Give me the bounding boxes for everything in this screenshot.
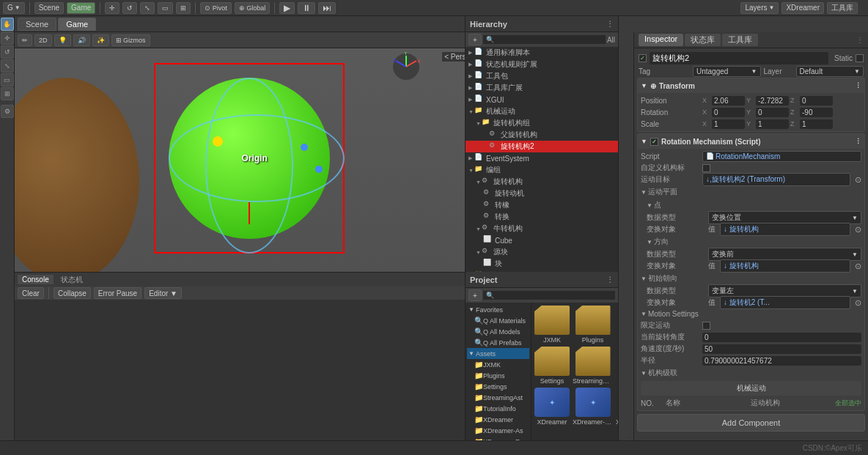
scale-z-val[interactable]: 1 xyxy=(800,119,833,129)
step-btn[interactable]: ⏭ xyxy=(318,2,336,14)
hierarchy-item-旋转机构组[interactable]: ▼ 📁 旋转机构组 xyxy=(466,117,618,129)
asset-settings[interactable]: Settings xyxy=(534,347,570,385)
pos-x-val[interactable]: 2.06 xyxy=(712,96,745,106)
current-angle-val[interactable]: 0 xyxy=(702,333,861,342)
hierarchy-item-cube1[interactable]: ⬜ Cube xyxy=(466,234,618,246)
tools-library-tab[interactable]: 工具库 xyxy=(722,34,758,46)
project-options[interactable]: ⋮ xyxy=(606,275,614,284)
tool-rot-btn[interactable]: ↺ xyxy=(1,45,14,59)
rm-options[interactable]: ⋮ xyxy=(855,138,861,145)
jxmk-tree-item[interactable]: 📁 JXMK xyxy=(467,359,529,370)
hierarchy-add-btn[interactable]: + xyxy=(468,34,482,45)
object-name-field[interactable]: 旋转机构2 xyxy=(650,52,828,64)
console-editor-btn[interactable]: Editor ▼ xyxy=(144,287,182,299)
hierarchy-item-转橡[interactable]: ⚙ 转橡 xyxy=(466,199,618,211)
exchange-pick[interactable]: ⊙ xyxy=(855,225,861,234)
hierarchy-item-旋转动机[interactable]: ⚙ 旋转动机 xyxy=(466,188,618,199)
tool-all2-btn[interactable]: ⊞ xyxy=(1,87,14,100)
rot-z-val[interactable]: -90 xyxy=(800,108,833,117)
hierarchy-item-eventsystem[interactable]: ▶ 📄 EventSystem xyxy=(466,152,618,164)
layer-dropdown[interactable]: Default ▼ xyxy=(796,66,864,77)
static-checkbox[interactable] xyxy=(856,54,864,62)
select-all-label[interactable]: 全部选中 xyxy=(835,399,861,408)
active-checkbox[interactable]: ✓ xyxy=(639,54,647,62)
console-collapse-btn[interactable]: Collapse xyxy=(54,287,91,299)
xdreamer-btn[interactable]: XDreamer xyxy=(781,2,824,14)
auto-def-checkbox[interactable] xyxy=(702,164,710,172)
tab-scene[interactable]: Scene xyxy=(18,18,56,31)
console-tab-btn[interactable]: Console xyxy=(18,275,54,284)
hierarchy-item-状态机规则扩展[interactable]: ▶ 📄 状态机规则扩展 xyxy=(466,59,618,70)
limit-motion-checkbox[interactable] xyxy=(702,322,710,330)
console-errpause-btn[interactable]: Error Pause xyxy=(94,287,141,299)
plugins-tree-item[interactable]: 📁 Plugins xyxy=(467,370,529,381)
status-library-tab[interactable]: 状态库 xyxy=(685,34,721,46)
inspector-tab[interactable]: Inspector xyxy=(639,34,683,46)
scene-draw-btn[interactable]: ✏ xyxy=(18,34,32,46)
tool-rect-btn[interactable]: ▭ xyxy=(158,2,173,14)
scale-x-val[interactable]: 1 xyxy=(712,119,745,129)
statusmachine-tab-btn[interactable]: 状态机 xyxy=(56,274,87,286)
tutorial-tree-item[interactable]: 📁 TutorialInfo xyxy=(467,403,529,414)
hierarchy-item-牛转机构[interactable]: ▼ ⚙ 牛转机构 xyxy=(466,223,618,234)
init-pick[interactable]: ⊙ xyxy=(855,298,861,308)
hierarchy-item-通用标准脚本[interactable]: ▶ 📄 通用标准脚本 xyxy=(466,47,618,59)
hierarchy-item-工具库广展[interactable]: ▶ 📄 工具库广展 xyxy=(466,82,618,94)
hierarchy-options[interactable]: ⋮ xyxy=(606,20,614,28)
asset-streaming[interactable]: StreamingAssets xyxy=(573,347,613,385)
scene-audio-btn[interactable]: 🔊 xyxy=(73,34,90,46)
pause-btn[interactable]: ⏸ xyxy=(298,2,315,14)
script-ref-field[interactable]: 📄 RotationMechanism xyxy=(702,151,861,162)
xdreamer-as-tree-item[interactable]: 📁 XDreamer-As xyxy=(467,425,529,436)
rot-y-val[interactable]: 0 xyxy=(756,108,789,117)
hierarchy-item-xgui[interactable]: ▶ 📄 XGUI xyxy=(466,94,618,106)
dir-pick[interactable]: ⊙ xyxy=(855,262,861,271)
tool-hand-btn[interactable]: ✋ xyxy=(1,18,14,31)
assets-tree-item[interactable]: ▼ Assets xyxy=(467,348,529,359)
tool-custom-btn[interactable]: ⚙ xyxy=(1,105,14,118)
pivot-btn[interactable]: ⊙ Pivot xyxy=(200,2,232,14)
project-search[interactable]: 🔍 xyxy=(483,291,615,300)
hierarchy-item-旋转机构[interactable]: ▼ ⚙ 旋转机构 xyxy=(466,176,618,188)
transform-header[interactable]: ▼ ⊕ Transform ⋮ xyxy=(638,78,864,93)
inspector-options[interactable]: ⋮ xyxy=(856,36,864,44)
hierarchy-item-编组[interactable]: ▼ 📁 编组 xyxy=(466,164,618,176)
asset-xdreamer-example[interactable]: ✦ XDreamer-Examp... xyxy=(616,388,618,426)
angular-vel-val[interactable]: 50 xyxy=(702,344,861,354)
tool-rotate-btn[interactable]: ↺ xyxy=(122,2,137,14)
motion-target-field[interactable]: ↓,旋转机构2 (Transform) xyxy=(702,173,850,186)
hierarchy-item-块[interactable]: ⬜ 块 xyxy=(466,258,618,270)
pos-z-val[interactable]: 0 xyxy=(800,96,833,106)
rm-header[interactable]: ▼ ✓ Rotation Mechanism (Script) ⋮ xyxy=(638,134,864,149)
rot-x-val[interactable]: 0 xyxy=(712,108,745,117)
all-models-item[interactable]: 🔍 Q All Models xyxy=(467,326,529,337)
hierarchy-item-父旋转机构[interactable]: ⚙ 父旋转机构 xyxy=(466,129,618,141)
tag-dropdown[interactable]: Untagged ▼ xyxy=(693,66,761,77)
file-menu-btn[interactable]: G ▼ xyxy=(3,2,25,14)
asset-xdreamer-assets[interactable]: ✦ XDreamer-Assets xyxy=(573,388,613,426)
play-btn[interactable]: ▶ xyxy=(279,2,295,14)
project-add-btn[interactable]: + xyxy=(468,289,482,301)
pos-y-val[interactable]: -2.7282 xyxy=(756,96,789,106)
hierarchy-item-转换[interactable]: ⚙ 转换 xyxy=(466,211,618,223)
scene-gizmos-btn[interactable]: ⊞ Gizmos xyxy=(111,34,150,46)
tool-translate-btn[interactable]: ✛ xyxy=(105,2,119,14)
hierarchy-item-机械运动[interactable]: ▼ 📁 机械运动 xyxy=(466,106,618,117)
settings-tree-item[interactable]: 📁 Settings xyxy=(467,381,529,392)
xdreamer-tree-item[interactable]: 📁 XDreamer xyxy=(467,414,529,425)
rm-active-checkbox[interactable]: ✓ xyxy=(650,138,658,146)
dir-exchange-field[interactable]: ↓ 旋转机构 xyxy=(720,259,850,273)
scene-fx-btn[interactable]: ✨ xyxy=(92,34,109,46)
hierarchy-search[interactable]: 🔍 xyxy=(483,35,606,44)
tool-move-btn[interactable]: ✛ xyxy=(1,32,14,45)
asset-scenes[interactable]: Scenes xyxy=(616,306,618,344)
scene-light-btn[interactable]: 💡 xyxy=(54,34,71,46)
console-clear-btn[interactable]: Clear xyxy=(18,287,44,299)
motion-target-pick[interactable]: ⊙ xyxy=(855,175,861,185)
add-component-button[interactable]: Add Component xyxy=(637,414,865,432)
transform-options[interactable]: ⋮ xyxy=(855,82,861,89)
tools-btn[interactable]: 工具库 xyxy=(827,2,858,14)
init-exchange-field[interactable]: ↓ 旋转机2 (T... xyxy=(720,296,850,309)
tool-all-btn[interactable]: ⊞ xyxy=(176,2,191,14)
favorites-item[interactable]: ▼ Favorites xyxy=(467,304,529,315)
